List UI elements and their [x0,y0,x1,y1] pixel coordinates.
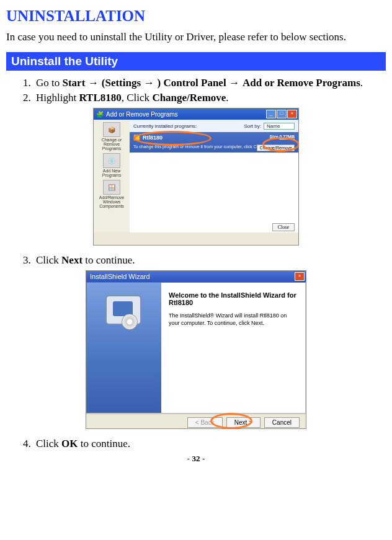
disc-icon: 💿 [103,153,120,168]
back-button: < Back [187,417,223,428]
close-icon[interactable]: × [295,272,305,281]
page-number: - 32 - [6,454,386,464]
wizard-text: The InstallShield® Wizard will install R… [169,312,298,327]
step-2: Highlight RTL8180, Click Change/Remove. [33,92,386,104]
windows-icon: 🪟 [103,180,120,195]
next-button[interactable]: Next > [226,417,261,428]
screenshot-installshield: InstallShield Wizard × Welcome to the In… [86,270,306,429]
window-titlebar: InstallShield Wizard × [86,271,306,282]
window-title: Add or Remove Programs [106,111,178,118]
step-1: Go to Start → (Settings → ) Control Pane… [33,77,386,89]
intro-text: In case you need to uninstall the Utilit… [6,31,386,43]
disc-icon [122,314,138,330]
change-remove-button[interactable]: Change/Remove [257,144,295,151]
minimize-icon[interactable]: _ [266,110,276,118]
step-3: Click Next to continue. [33,254,386,267]
program-icon: 📶 [133,135,140,141]
currently-installed-label: Currently installed programs: [133,123,197,129]
window-titlebar: 🧩 Add or Remove Programs _ □ × [94,108,298,120]
sort-dropdown[interactable]: Name [264,123,295,130]
close-icon[interactable]: × [287,110,297,118]
program-row-selected[interactable]: 📶 Rtl8180 Size 0.77MB To change this pro… [130,132,298,153]
sidebar-item-windows-components[interactable]: 🪟 Add/Remove Windows Components [94,180,130,208]
wizard-sidebar [87,283,161,413]
cancel-button[interactable]: Cancel [264,417,300,428]
sort-by-label: Sort by: [244,123,261,129]
wizard-heading: Welcome to the InstallShield Wizard for … [169,291,298,306]
program-name: Rtl8180 [143,135,163,141]
page-title: UNINSTALLATION [6,7,386,25]
sidebar-item-add-new[interactable]: 💿 Add New Programs [94,153,130,177]
box-icon: 🧩 [96,111,104,118]
screenshot-add-remove: 🧩 Add or Remove Programs _ □ × 📦 Change … [93,108,299,246]
maximize-icon[interactable]: □ [277,110,287,118]
step-4: Click OK to continue. [33,438,386,450]
box-icon: 📦 [103,122,120,137]
section-heading: Uninstall the Utility [6,52,386,71]
close-button[interactable]: Close [272,223,295,231]
window-title: InstallShield Wizard [90,273,150,280]
sidebar-item-change-remove[interactable]: 📦 Change or Remove Programs [94,122,130,151]
